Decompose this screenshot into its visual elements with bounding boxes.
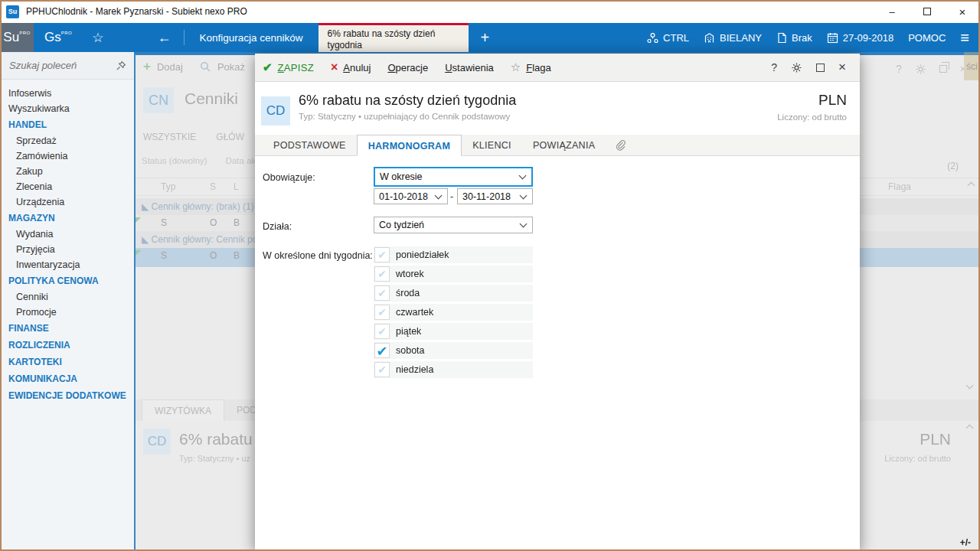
- col-s[interactable]: S: [210, 181, 216, 192]
- gs-pro-badge: PRO: [61, 31, 73, 35]
- operations-menu[interactable]: Operacje: [387, 62, 428, 73]
- checkbox[interactable]: ✔: [374, 285, 390, 301]
- sidebar-item[interactable]: FINANSE: [0, 320, 134, 337]
- help-menu[interactable]: POMOC: [908, 32, 946, 44]
- sidebar-item[interactable]: Infoserwis: [0, 86, 134, 101]
- search-input[interactable]: [9, 60, 113, 71]
- works-select[interactable]: Co tydzień: [374, 217, 533, 233]
- dialog-help-icon[interactable]: ?: [771, 61, 777, 73]
- checkbox[interactable]: ✔: [374, 305, 390, 320]
- dialog-maximize-icon[interactable]: [816, 64, 825, 72]
- dialog-tab[interactable]: HARMONOGRAM: [357, 135, 462, 156]
- filter-date[interactable]: Data akt: [226, 156, 259, 165]
- weekday-row[interactable]: ✔ sobota: [374, 342, 533, 359]
- dialog-gear-icon[interactable]: [791, 62, 802, 73]
- group-expander-icon[interactable]: ◣: [142, 234, 149, 245]
- weekday-row[interactable]: ✔ niedziela: [374, 361, 533, 378]
- cancel-button[interactable]: × Anuluj: [331, 60, 371, 74]
- filter-status[interactable]: Status (dowolny): [142, 156, 207, 165]
- gestor-module-button[interactable]: GsPRO: [34, 23, 81, 52]
- weekday-row[interactable]: ✔ poniedziałek: [374, 246, 533, 263]
- sidebar-item[interactable]: POLITYKA CENOWA: [0, 272, 134, 289]
- save-button[interactable]: ✔ ZAPISZ: [263, 60, 314, 74]
- date-to-select[interactable]: 30-11-2018: [457, 188, 533, 204]
- tab-active-rabat[interactable]: 6% rabatu na szósty dzień tygodnia: [318, 23, 469, 52]
- col-flaga[interactable]: Flaga: [888, 181, 911, 192]
- weekday-row[interactable]: ✔ wtorek: [374, 266, 533, 282]
- add-button[interactable]: Dodaj: [157, 61, 183, 73]
- chevron-down-icon: [520, 191, 528, 199]
- subiekt-module-button[interactable]: SuPRO: [0, 23, 34, 52]
- scroll-up-icon[interactable]: [968, 182, 975, 190]
- bg-preview-title: 6% rabatu: [179, 430, 253, 448]
- flag-button[interactable]: ☆ Flaga: [511, 60, 551, 74]
- sidebar-item[interactable]: Urządzenia: [0, 194, 134, 210]
- sidebar-item[interactable]: Sprzedaż: [0, 133, 134, 148]
- sidebar-item[interactable]: KOMUNIKACJA: [0, 370, 134, 387]
- weekday-row[interactable]: ✔ środa: [374, 285, 533, 302]
- back-arrow-icon[interactable]: ←: [145, 23, 184, 52]
- sidebar-item[interactable]: Zamówienia: [0, 148, 134, 164]
- branch-status[interactable]: BIELANY: [704, 32, 762, 44]
- session-status[interactable]: Brak: [776, 32, 812, 44]
- checkbox[interactable]: ✔: [374, 266, 390, 282]
- dialog-close-icon[interactable]: ×: [838, 60, 846, 75]
- bg-tab-glowne[interactable]: GŁÓW: [216, 132, 244, 142]
- user-status[interactable]: CTRL: [647, 32, 689, 44]
- sidebar-item[interactable]: ROZLICZENIA: [0, 337, 134, 354]
- dialog-tab[interactable]: KLIENCI: [462, 135, 522, 155]
- pin-icon[interactable]: [116, 60, 126, 71]
- new-tab-button[interactable]: +: [469, 23, 502, 52]
- paperclip-icon[interactable]: [615, 139, 627, 152]
- sidebar-item[interactable]: KARTOTEKI: [0, 354, 134, 370]
- checkbox[interactable]: ✔: [374, 247, 390, 262]
- search-icon[interactable]: [200, 61, 211, 73]
- date-status[interactable]: 27-09-2018: [827, 32, 894, 44]
- cell-s: O: [210, 217, 217, 228]
- date-label: 27-09-2018: [843, 32, 894, 44]
- maximize-button[interactable]: [910, 0, 945, 23]
- checkmark-icon: ✔: [377, 325, 387, 337]
- subiekt-app-icon: Su: [6, 5, 19, 18]
- weekday-row[interactable]: ✔ czwartek: [374, 304, 533, 321]
- sidebar-item[interactable]: Zakup: [0, 164, 134, 179]
- checkbox[interactable]: ✔: [374, 324, 390, 339]
- dialog-tab[interactable]: POWIĄZANIA: [522, 135, 606, 155]
- minimize-button[interactable]: –: [874, 0, 910, 23]
- hamburger-menu-icon[interactable]: ≡: [960, 29, 969, 47]
- sidebar-item[interactable]: Przyjęcia: [0, 242, 134, 257]
- sidebar-item[interactable]: Promocje: [0, 305, 134, 320]
- group-expander-icon[interactable]: ◣: [142, 201, 149, 212]
- col-l[interactable]: L: [234, 181, 239, 192]
- bg-tab-wizytowka[interactable]: WIZYTÓWKA: [142, 399, 224, 421]
- favorites-star-icon[interactable]: ☆: [81, 23, 114, 52]
- applies-select[interactable]: W okresie: [374, 167, 533, 187]
- close-button[interactable]: ×: [945, 0, 980, 23]
- sidebar-item[interactable]: Cenniki: [0, 289, 134, 305]
- dialog-tab[interactable]: PODSTAWOWE: [263, 135, 357, 155]
- checkbox[interactable]: ✔: [374, 362, 390, 377]
- scroll-up-icon[interactable]: [966, 425, 974, 432]
- sidebar-item[interactable]: Inwentaryzacja: [0, 257, 134, 272]
- weekday-row[interactable]: ✔ piątek: [374, 323, 533, 340]
- sidebar-item[interactable]: MAGAZYN: [0, 210, 134, 227]
- date-from-select[interactable]: 01-10-2018: [374, 188, 448, 204]
- sidebar-item[interactable]: HANDEL: [0, 116, 134, 133]
- bg-tab-wszystkie[interactable]: WSZYSTKIE: [143, 132, 196, 142]
- sidebar-item[interactable]: Wydania: [0, 227, 134, 242]
- bg-restore-icon: [939, 65, 947, 73]
- sidebar-item[interactable]: EWIDENCJE DODATKOWE: [0, 387, 134, 404]
- sidebar-item[interactable]: Zlecenia: [0, 179, 134, 194]
- sidebar-item[interactable]: Wyszukiwarka: [0, 101, 134, 116]
- checkbox[interactable]: ✔: [374, 343, 390, 358]
- price-list-dialog: ✔ ZAPISZ × Anuluj Operacje Ustawienia ☆ …: [255, 54, 860, 551]
- scroll-down-icon[interactable]: [966, 382, 974, 390]
- add-icon[interactable]: +: [143, 59, 151, 74]
- cell-l: B: [234, 217, 240, 228]
- col-typ[interactable]: Typ: [161, 181, 175, 192]
- row-corner-marker: [136, 250, 141, 256]
- tab-konfiguracja-cennikow[interactable]: Konfiguracja cenników: [185, 23, 318, 52]
- cancel-label: Anuluj: [343, 62, 371, 73]
- settings-menu[interactable]: Ustawienia: [445, 62, 494, 73]
- show-button[interactable]: Pokaż: [217, 61, 245, 73]
